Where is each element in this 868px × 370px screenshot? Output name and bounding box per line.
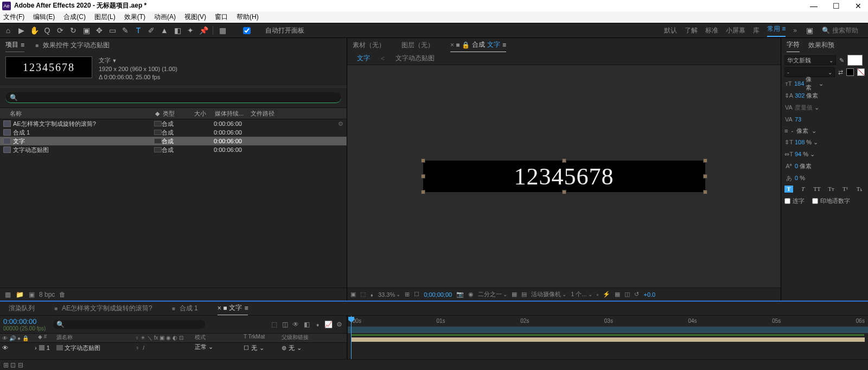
- tab-effects-presets[interactable]: 效果和预: [808, 41, 834, 52]
- tab-comp-2[interactable]: 合成 1: [172, 304, 198, 315]
- resize-handle[interactable]: [703, 158, 707, 163]
- leading-value[interactable]: 302: [795, 92, 805, 99]
- workspace-default[interactable]: 默认: [664, 26, 677, 35]
- menu-animation[interactable]: 动画(A): [154, 12, 176, 22]
- eyedropper-icon[interactable]: ✎: [839, 57, 844, 64]
- draft3d-icon[interactable]: ◫: [280, 320, 289, 329]
- subscript-button[interactable]: T₁: [855, 186, 864, 193]
- timeline-search[interactable]: 🔍: [53, 320, 205, 329]
- timecode-display[interactable]: 0;00;00;00: [424, 291, 452, 298]
- flowchart-current[interactable]: 文字: [357, 54, 370, 63]
- menu-file[interactable]: 文件(F): [3, 12, 24, 22]
- eraser-tool-icon[interactable]: ◧: [173, 25, 182, 35]
- swap-color-icon[interactable]: ⇄: [838, 69, 843, 76]
- shy-icon[interactable]: 👁: [291, 320, 300, 329]
- kerning-value[interactable]: 度量值: [795, 104, 813, 112]
- roto-tool-icon[interactable]: ✦: [186, 25, 195, 35]
- trkmat-dropdown[interactable]: 无: [251, 344, 257, 352]
- camera-dropdown[interactable]: 活动摄像机: [531, 290, 566, 298]
- col-media[interactable]: 媒体持续...: [215, 110, 251, 118]
- tab-composition[interactable]: × ■ 🔒 合成 文字 ≡: [450, 40, 506, 52]
- selection-tool-icon[interactable]: ▶: [16, 25, 26, 35]
- resize-handle[interactable]: [562, 158, 566, 163]
- resize-handle[interactable]: [703, 174, 707, 178]
- project-row[interactable]: 文字合成0:00:06:00: [0, 137, 347, 145]
- time-ruler[interactable]: :00s 01s 02s 03s 04s 05s 06s: [347, 316, 868, 333]
- resolution-dropdown[interactable]: 二分之一: [478, 290, 507, 298]
- vscale-value[interactable]: 108: [795, 139, 805, 145]
- pixel-aspect-icon[interactable]: ▫: [597, 291, 599, 298]
- tracking-value[interactable]: 73: [795, 116, 801, 123]
- interpret-icon[interactable]: ▦: [3, 290, 12, 299]
- roi-icon[interactable]: ☐: [414, 291, 419, 298]
- grid-icon[interactable]: ▦: [512, 291, 517, 298]
- parent-dropdown[interactable]: 无: [289, 344, 295, 352]
- menu-window[interactable]: 窗口: [215, 12, 228, 22]
- transparency-icon[interactable]: ⬚: [360, 291, 366, 298]
- flowchart-icon[interactable]: ◫: [624, 291, 630, 298]
- workspace-small[interactable]: 小屏幕: [726, 26, 745, 35]
- tab-comp-3[interactable]: × ■ 文字 ≡: [218, 303, 248, 315]
- tsume-value[interactable]: 0: [795, 175, 798, 181]
- playhead[interactable]: [351, 316, 352, 333]
- puppet-tool-icon[interactable]: 📌: [199, 25, 208, 35]
- col-size[interactable]: 大小: [194, 110, 215, 118]
- font-family-dropdown[interactable]: 华文新魏: [784, 55, 836, 65]
- menu-effect[interactable]: 效果(T): [124, 12, 145, 22]
- reset-exposure-icon[interactable]: ↺: [634, 291, 639, 298]
- motion-blur-icon[interactable]: ⬧: [313, 320, 322, 329]
- brush-tool-icon[interactable]: ✐: [146, 25, 156, 35]
- help-search-input[interactable]: [832, 27, 865, 34]
- tab-effect-controls[interactable]: 效果控件 文字动态贴图: [35, 41, 110, 52]
- baseline-value[interactable]: 0: [795, 163, 798, 169]
- pen-tool-icon[interactable]: ✎: [120, 25, 130, 35]
- maximize-button[interactable]: ☐: [833, 2, 840, 10]
- resize-handle[interactable]: [421, 174, 425, 178]
- workspace-more-icon[interactable]: »: [793, 27, 797, 34]
- workspace-libraries[interactable]: 库: [753, 26, 760, 35]
- views-dropdown[interactable]: 1 个...: [571, 290, 592, 298]
- workspace-common[interactable]: 常用 ≡: [767, 24, 786, 37]
- minimize-button[interactable]: —: [810, 2, 818, 10]
- stroke-width-value[interactable]: -: [791, 127, 793, 134]
- menu-edit[interactable]: 编辑(E): [33, 12, 55, 22]
- workspace-learn[interactable]: 了解: [685, 26, 698, 35]
- ligature-checkbox[interactable]: 连字: [784, 197, 805, 205]
- pickwhip-icon[interactable]: ⊚: [282, 345, 286, 352]
- graph-editor-icon[interactable]: 📈: [324, 320, 333, 329]
- frame-blend-icon[interactable]: ◧: [302, 320, 311, 329]
- resize-handle[interactable]: [562, 190, 566, 194]
- tab-project[interactable]: 项目 ≡: [5, 40, 24, 52]
- flowchart-other[interactable]: 文字动态贴图: [395, 54, 435, 63]
- resolution-icon[interactable]: ⊞: [405, 291, 410, 298]
- menu-layer[interactable]: 图层(L): [94, 12, 116, 22]
- col-type[interactable]: 类型: [163, 110, 194, 118]
- selected-layer[interactable]: 12345678: [423, 161, 705, 192]
- hand-tool-icon[interactable]: ✋: [29, 25, 39, 35]
- tab-character[interactable]: 字符: [787, 40, 800, 52]
- col-mode[interactable]: 模式: [195, 334, 244, 342]
- snapshot-icon[interactable]: 📷: [456, 291, 464, 298]
- tab-layer[interactable]: 图层（无）: [401, 41, 434, 52]
- comp-mini-flowchart-icon[interactable]: ⬚: [270, 320, 278, 329]
- small-caps-button[interactable]: Tт: [827, 186, 835, 193]
- project-search[interactable]: 🔍: [5, 92, 341, 103]
- zoom-tool-icon[interactable]: Q: [42, 25, 52, 35]
- rotate-tool-icon[interactable]: ↻: [68, 25, 78, 35]
- anchor-tool-icon[interactable]: ✥: [94, 25, 104, 35]
- layer-bar[interactable]: [351, 334, 865, 336]
- col-label-icon[interactable]: ◆: [155, 110, 163, 117]
- project-row[interactable]: 合成 1合成0:00:06:00: [0, 128, 347, 137]
- work-area[interactable]: [348, 327, 868, 333]
- col-source-name[interactable]: 源名称: [56, 334, 135, 342]
- col-path[interactable]: 文件路径: [251, 110, 337, 118]
- help-search[interactable]: 🔍: [822, 27, 865, 34]
- resize-handle[interactable]: [421, 158, 425, 163]
- menu-composition[interactable]: 合成(C): [63, 12, 86, 22]
- tab-footage[interactable]: 素材（无）: [353, 41, 385, 52]
- guides-icon[interactable]: ▤: [521, 291, 527, 298]
- comp-name[interactable]: 文字: [99, 56, 177, 65]
- menu-view[interactable]: 视图(V): [184, 12, 206, 22]
- current-timecode[interactable]: 0:00:00:00: [3, 317, 46, 326]
- grid-icon[interactable]: ▦: [218, 25, 227, 35]
